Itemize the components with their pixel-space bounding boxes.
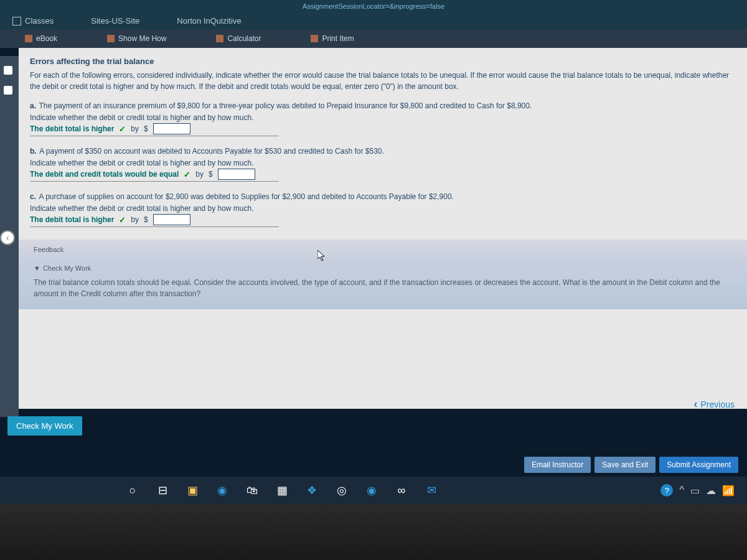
ebook-icon — [25, 35, 32, 42]
file-explorer-icon[interactable]: ▣ — [184, 482, 200, 498]
nav-sites[interactable]: Sites-US-Site — [91, 16, 139, 26]
q-a-text: The payment of an insurance premium of $… — [39, 101, 532, 110]
feedback-label: Feedback — [34, 246, 732, 253]
chrome-icon[interactable]: ◎ — [334, 482, 350, 498]
tool-ebook-label: eBook — [36, 34, 57, 43]
collapse-button[interactable]: ‹ — [0, 230, 15, 245]
tray-chevron-icon[interactable]: ^ — [679, 485, 684, 496]
q-b-letter: b. — [30, 147, 37, 156]
laptop-bezel — [0, 504, 747, 560]
tool-ebook[interactable]: eBook — [25, 34, 57, 43]
save-exit-button[interactable]: Save and Exit — [594, 457, 655, 473]
question-a: a. The payment of an insurance premium o… — [30, 100, 736, 136]
q-a-letter: a. — [30, 101, 36, 110]
q-b-answer[interactable]: The debit and credit totals would be equ… — [30, 170, 179, 179]
classes-icon — [12, 17, 21, 26]
q-b-answer-row: The debit and credit totals would be equ… — [30, 169, 279, 182]
check-my-work-button[interactable]: Check My Work — [7, 416, 82, 436]
url-fragment: AssignmentSessionLocator=&inprogress=fal… — [0, 0, 747, 12]
nav-norton-label: Norton InQuizitive — [177, 16, 241, 26]
q-b-by: by — [195, 170, 204, 179]
nav-sites-label: Sites-US-Site — [91, 16, 139, 26]
system-tray: ? ^ ▭ ☁ 📶 — [660, 484, 735, 497]
q-a-prompt: Indicate whether the debit or credit tot… — [30, 113, 736, 122]
feedback-section: Feedback — [19, 240, 747, 259]
nav-classes-label: Classes — [25, 16, 54, 26]
mail-icon[interactable]: ✉ — [423, 482, 439, 498]
q-c-answer[interactable]: The debit total is higher — [30, 215, 114, 224]
cursor-icon — [317, 250, 327, 265]
edge-icon[interactable]: ◉ — [214, 482, 230, 498]
section-title: Errors affecting the trial balance — [30, 57, 736, 66]
tool-show-me[interactable]: Show Me How — [107, 34, 166, 43]
cmw-label-text: Check My Work — [43, 264, 91, 272]
wifi-icon[interactable]: 📶 — [722, 485, 735, 497]
q-a-answer-row: The debit total is higher ✓ by $ — [30, 123, 279, 136]
battery-icon[interactable]: ▭ — [690, 485, 700, 497]
top-nav: Classes Sites-US-Site Norton InQuizitive — [0, 12, 747, 29]
nav-classes[interactable]: Classes — [12, 16, 54, 26]
q-a-by: by — [131, 124, 139, 133]
q-a-amount-input[interactable] — [153, 123, 190, 134]
question-c: c. A purchase of supplies on account for… — [30, 190, 736, 227]
tool-show-me-label: Show Me How — [118, 34, 166, 43]
q-c-prompt: Indicate whether the debit or credit tot… — [30, 204, 736, 213]
dollar-icon: $ — [144, 124, 148, 133]
instructions: For each of the following errors, consid… — [30, 70, 736, 92]
cmw-toggle[interactable]: ▼ Check My Work — [34, 264, 732, 272]
store-icon[interactable]: 🛍 — [244, 482, 260, 498]
edge2-icon[interactable]: ◉ — [364, 482, 380, 498]
previous-link[interactable]: Previous — [694, 398, 735, 411]
hint-text: The trial balance column totals should b… — [34, 277, 732, 299]
app-grid-icon[interactable]: ▦ — [274, 482, 290, 498]
help-icon[interactable]: ? — [660, 484, 673, 497]
dropbox-icon[interactable]: ❖ — [304, 482, 320, 498]
question-b: b. A payment of $350 on account was debi… — [30, 145, 736, 182]
check-icon: ✓ — [119, 124, 126, 134]
tool-calculator[interactable]: Calculator — [216, 34, 261, 43]
q-b-amount-input[interactable] — [218, 169, 255, 180]
check-icon: ✓ — [184, 170, 190, 179]
tools-bar: eBook Show Me How Calculator Print Item — [0, 29, 747, 48]
dollar-icon: $ — [144, 215, 148, 224]
calculator-icon — [216, 35, 223, 42]
footer-actions: Email Instructor Save and Exit Submit As… — [524, 457, 738, 473]
submit-assignment-button[interactable]: Submit Assignment — [659, 457, 738, 473]
tool-print-label: Print Item — [322, 34, 354, 43]
windows-taskbar: ○ ⊟ ▣ ◉ 🛍 ▦ ❖ ◎ ◉ ∞ ✉ ? ^ ▭ ☁ 📶 — [0, 477, 747, 504]
task-view-icon[interactable]: ⊟ — [154, 482, 171, 498]
q-b-prompt: Indicate whether the debit or credit tot… — [30, 159, 736, 167]
check-icon: ✓ — [119, 215, 126, 225]
q-c-answer-row: The debit total is higher ✓ by $ — [30, 214, 279, 227]
q-c-text: A purchase of supplies on account for $2… — [39, 192, 453, 201]
check-my-work-section: ▼ Check My Work The trial balance column… — [19, 259, 747, 309]
tool-print[interactable]: Print Item — [311, 34, 354, 43]
show-me-icon — [107, 35, 115, 42]
dollar-icon: $ — [209, 170, 213, 179]
main-content: Errors affecting the trial balance For e… — [19, 48, 747, 409]
cloud-icon[interactable]: ☁ — [706, 485, 716, 497]
infinity-icon[interactable]: ∞ — [393, 482, 410, 498]
tool-calculator-label: Calculator — [227, 34, 261, 43]
q-c-by: by — [131, 215, 139, 224]
q-a-answer[interactable]: The debit total is higher — [30, 124, 114, 133]
nav-norton[interactable]: Norton InQuizitive — [177, 16, 241, 26]
chevron-down-icon: ▼ — [34, 264, 40, 272]
q-c-letter: c. — [30, 192, 36, 201]
cortana-icon[interactable]: ○ — [125, 482, 141, 498]
q-c-amount-input[interactable] — [153, 214, 190, 225]
q-b-text: A payment of $350 on account was debited… — [39, 147, 384, 156]
print-icon — [311, 35, 318, 42]
email-instructor-button[interactable]: Email Instructor — [524, 457, 591, 473]
